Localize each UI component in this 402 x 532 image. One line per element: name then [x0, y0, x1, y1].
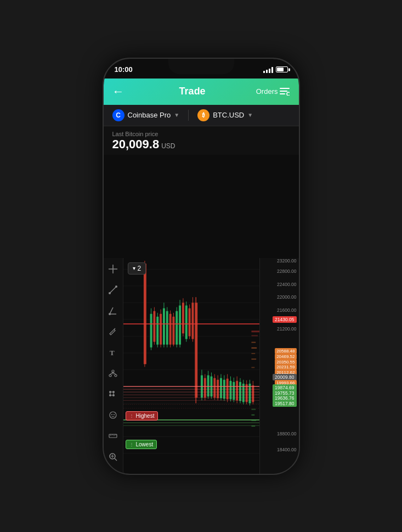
pair-selector[interactable]: ₿ BTC.USD ▼: [197, 109, 253, 121]
price-tick-18800: 18800.00: [277, 431, 298, 436]
orders-label: Orders: [256, 87, 278, 96]
svg-rect-142: [251, 419, 256, 421]
svg-point-8: [109, 292, 111, 294]
status-icons: [263, 66, 288, 73]
exchange-name: Coinbase Pro: [128, 111, 171, 119]
svg-rect-135: [251, 341, 256, 343]
svg-text:T: T: [110, 349, 115, 357]
line-tool[interactable]: [106, 283, 120, 296]
price-tick-22400: 22400.00: [277, 282, 298, 287]
svg-line-11: [110, 307, 113, 314]
price-tick-22800: 22800.00: [277, 268, 298, 274]
svg-line-38: [115, 458, 117, 461]
svg-line-7: [110, 287, 116, 293]
svg-rect-140: [251, 408, 256, 410]
exchange-dropdown-arrow: ▼: [174, 112, 179, 118]
battery-fill: [277, 68, 284, 71]
price-label: Last Bitcoin price: [112, 131, 290, 137]
svg-rect-139: [251, 367, 254, 368]
dots-tool[interactable]: [106, 388, 120, 401]
svg-rect-0: [280, 88, 290, 89]
svg-rect-55: [143, 264, 146, 364]
price-tick-18400: 18400.00: [277, 447, 298, 452]
svg-point-12: [109, 313, 111, 315]
price-tick-current-badge: 21430.05: [273, 316, 296, 323]
text-tool[interactable]: T: [106, 346, 120, 359]
emoji-tool[interactable]: [106, 408, 120, 422]
svg-line-18: [110, 372, 113, 374]
header-title: Trade: [179, 86, 206, 97]
svg-rect-143: [251, 425, 255, 427]
phone-screen: 10:00 ← Trade Orders: [104, 59, 299, 474]
lowest-dots-icon: ⋮: [129, 442, 134, 447]
pair-name: BTC.USD: [213, 111, 244, 119]
crosshair-tool[interactable]: [106, 262, 120, 276]
price-tick-22000: 22000.00: [277, 294, 298, 300]
signal-bar-3: [269, 69, 270, 73]
orders-icon: [280, 88, 290, 96]
left-toolbar: T: [104, 258, 123, 474]
price-section: Last Bitcoin price 20,009.8 USD: [104, 126, 299, 155]
svg-line-19: [113, 372, 116, 374]
lowest-text: Lowest: [136, 441, 154, 447]
svg-rect-137: [251, 352, 255, 354]
svg-point-22: [112, 391, 115, 393]
svg-point-30: [111, 414, 112, 415]
price-axis: 23200.00 22800.00 22400.00 22000.00 2160…: [259, 258, 299, 474]
angle-tool[interactable]: [106, 304, 120, 317]
pencil-tool[interactable]: [106, 325, 120, 338]
exchange-selector[interactable]: C Coinbase Pro ▼: [112, 109, 180, 121]
back-button[interactable]: ←: [112, 85, 129, 99]
chart-dropdown-badge[interactable]: ▾ 2: [128, 262, 146, 275]
exchange-divider: [188, 110, 189, 121]
chart-area[interactable]: ▾ 2: [123, 258, 259, 474]
btc-symbol: ₿: [202, 112, 205, 118]
lowest-label: ⋮ Lowest: [126, 440, 157, 449]
ruler-tool[interactable]: [106, 429, 120, 443]
dropdown-value: 2: [138, 265, 141, 272]
notch: [168, 59, 234, 74]
battery-icon: [276, 66, 288, 72]
zoom-in-tool[interactable]: [106, 450, 120, 463]
price-tick-current: 21430.05: [273, 317, 298, 322]
btc-logo: ₿: [197, 109, 210, 121]
pair-dropdown-arrow: ▼: [247, 112, 253, 118]
status-time: 10:00: [115, 65, 133, 74]
svg-rect-2: [280, 93, 285, 94]
magnet-tool[interactable]: [106, 471, 120, 474]
svg-rect-133: [251, 331, 259, 332]
price-tick-20469: 20469.52: [275, 354, 298, 359]
signal-bar-2: [266, 70, 268, 73]
svg-rect-134: [251, 335, 258, 336]
svg-point-21: [109, 391, 111, 393]
highest-text: Highest: [136, 413, 155, 419]
highest-dots-icon: ⋮: [129, 413, 134, 418]
price-tick-20350: 20350.55: [275, 359, 298, 365]
highest-label: ⋮ Highest: [126, 411, 158, 421]
coinbase-logo: C: [112, 109, 124, 121]
svg-point-23: [109, 394, 111, 396]
orders-button[interactable]: Orders: [256, 87, 290, 96]
svg-point-3: [287, 92, 290, 96]
svg-point-16: [109, 374, 111, 377]
signal-bar-1: [263, 71, 265, 73]
price-tick-20588: 20588.48: [275, 348, 298, 354]
main-content: T: [104, 258, 299, 474]
price-currency: USD: [161, 142, 175, 150]
svg-rect-138: [251, 359, 256, 360]
dropdown-chevron: ▾: [133, 265, 135, 271]
svg-point-24: [112, 394, 115, 396]
svg-rect-141: [251, 414, 254, 415]
price-number: 20,009.8: [112, 137, 160, 152]
signal-bars-icon: [263, 66, 273, 73]
svg-point-9: [115, 285, 117, 288]
coinbase-symbol: C: [116, 111, 121, 119]
chart-wrapper: T: [104, 258, 299, 474]
signal-bar-4: [271, 67, 273, 73]
price-tick-21200: 21200.00: [277, 326, 298, 332]
svg-point-29: [110, 412, 116, 418]
header: ← Trade Orders: [104, 79, 299, 105]
price-value: 20,009.8 USD: [112, 137, 290, 152]
pitchfork-tool[interactable]: [106, 367, 120, 380]
svg-rect-136: [251, 347, 257, 348]
